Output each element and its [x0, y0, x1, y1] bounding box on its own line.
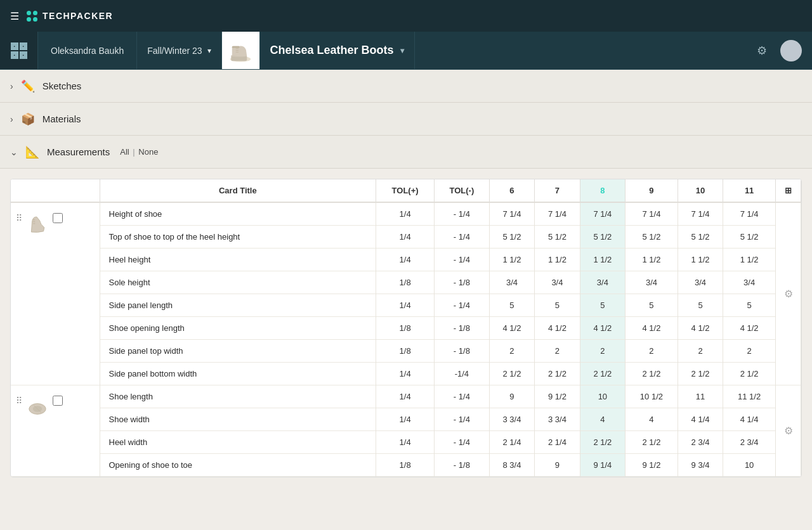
drag-handle-icon[interactable]: ⠿: [16, 396, 22, 406]
settings-button[interactable]: ⚙: [751, 40, 773, 61]
measurements-icon: 📐: [25, 145, 39, 159]
card-title-cell: Top of shoe to top of the heel height: [100, 226, 376, 249]
logo-text: TECHPACKER: [43, 11, 113, 21]
tol-minus-cell: - 1/4: [435, 249, 490, 271]
card-title-cell: Heel height: [100, 249, 376, 271]
th-col-manage[interactable]: ⊞: [776, 179, 801, 202]
col-c7-cell: 7 1/4: [535, 202, 580, 226]
row-settings-icon: ⚙: [784, 288, 793, 299]
measurements-none-link[interactable]: None: [138, 147, 158, 157]
col-c6-cell: 7 1/4: [489, 202, 534, 226]
logo-dot-2: [33, 11, 37, 15]
sketches-icon: ✏️: [21, 79, 35, 93]
col-c11-cell: 1 1/2: [723, 249, 776, 271]
table-row: Top of shoe to top of the heel height1/4…: [11, 226, 801, 249]
col-c6-cell: 8 3/4: [489, 454, 534, 477]
th-card-title: Card Title: [100, 179, 376, 202]
col-c9-cell: 9 1/2: [625, 454, 678, 477]
tol-minus-cell: - 1/4: [435, 226, 490, 249]
card-title-cell: Side panel bottom width: [100, 363, 376, 385]
col-c11-cell: 10: [723, 454, 776, 477]
row-settings-button[interactable]: ⚙: [784, 288, 793, 300]
col-c9-cell: 1 1/2: [625, 249, 678, 271]
col-c10-cell: 5: [678, 294, 723, 317]
col-c9-cell: 4: [625, 408, 678, 431]
svg-rect-3: [232, 46, 240, 48]
table-row: Side panel bottom width1/4-1/42 1/22 1/2…: [11, 363, 801, 385]
col-c6-cell: 1 1/2: [489, 249, 534, 271]
col-c8-cell: 7 1/4: [580, 202, 625, 226]
group-checkbox[interactable]: [53, 213, 63, 223]
col-c7-cell: 9 1/2: [535, 385, 580, 408]
col-c7-cell: 2: [535, 340, 580, 363]
col-c11-cell: 3/4: [723, 271, 776, 294]
col-c6-cell: 2 1/2: [489, 363, 534, 385]
column-manage-icon[interactable]: ⊞: [785, 186, 792, 195]
col-c6-cell: 3 3/4: [489, 408, 534, 431]
measurements-section[interactable]: ⌄ 📐 Measurements All | None: [0, 136, 812, 169]
logo-cell-4: ▪: [20, 51, 27, 59]
th-col11: 11: [723, 179, 776, 202]
th-col9: 9: [625, 179, 678, 202]
tol-plus-cell: 1/4: [376, 363, 435, 385]
logo-dot-3: [27, 17, 31, 22]
logo-cell-1: ▪: [11, 42, 18, 50]
drag-handle-icon[interactable]: ⠿: [16, 213, 22, 223]
logo-dots: [27, 11, 37, 22]
measurements-all-link[interactable]: All: [120, 147, 129, 157]
card-title-cell: Height of shoe: [100, 202, 376, 226]
col-c8-cell: 3/4: [580, 271, 625, 294]
tol-plus-cell: 1/8: [376, 340, 435, 363]
group-icon: [26, 396, 49, 422]
card-title-cell: Side panel length: [100, 294, 376, 317]
group-checkbox[interactable]: [53, 396, 63, 406]
tol-minus-cell: -1/4: [435, 363, 490, 385]
hamburger-menu[interactable]: ☰: [10, 10, 19, 22]
group-control: ⠿: [16, 209, 95, 239]
col-c6-cell: 2: [489, 340, 534, 363]
col-c8-cell: 2 1/2: [580, 363, 625, 385]
main-content: Card Title TOL(+) TOL(-) 6 7 8 9 10 11 ⊞: [0, 169, 812, 488]
col-c10-cell: 2 3/4: [678, 431, 723, 454]
row-settings-icon: ⚙: [784, 425, 793, 436]
logo-cell-2: ▪: [20, 42, 27, 50]
col-c10-cell: 2: [678, 340, 723, 363]
card-title-cell: Opening of shoe to toe: [100, 454, 376, 477]
product-selector[interactable]: Chelsea Leather Boots ▾: [260, 32, 415, 69]
th-empty: [11, 179, 100, 202]
materials-section[interactable]: › 📦 Materials: [0, 103, 812, 136]
col-c7-cell: 3 3/4: [535, 408, 580, 431]
user-name: Oleksandra Baukh: [38, 32, 137, 69]
card-title-cell: Side panel top width: [100, 340, 376, 363]
tol-plus-cell: 1/4: [376, 408, 435, 431]
season-selector[interactable]: Fall/Winter 23 ▾: [137, 32, 221, 69]
tol-minus-cell: - 1/4: [435, 385, 490, 408]
measurements-sep: |: [133, 147, 134, 157]
table-row: ⠿ Height of shoe1/4- 1/47 1/47 1/47 1/47…: [11, 202, 801, 226]
measurements-label: Measurements: [47, 146, 110, 157]
sketches-section[interactable]: › ✏️ Sketches: [0, 70, 812, 103]
table-row: Side panel length1/4- 1/4555555: [11, 294, 801, 317]
col-c9-cell: 3/4: [625, 271, 678, 294]
brand-logo: ▪ ▪ ▪ ▪: [11, 42, 27, 59]
row-settings-button[interactable]: ⚙: [784, 425, 793, 437]
col-c7-cell: 2 1/4: [535, 431, 580, 454]
boot-image: [226, 37, 254, 65]
table-body: ⠿ Height of shoe1/4- 1/47 1/47 1/47 1/47…: [11, 202, 801, 477]
tol-plus-cell: 1/4: [376, 294, 435, 317]
col-c6-cell: 5 1/2: [489, 226, 534, 249]
col-c8-cell: 9 1/4: [580, 454, 625, 477]
group-0-control-cell: ⠿: [11, 202, 100, 385]
tol-plus-cell: 1/4: [376, 202, 435, 226]
measurements-table: Card Title TOL(+) TOL(-) 6 7 8 9 10 11 ⊞: [11, 179, 801, 477]
season-chevron-icon: ▾: [207, 46, 211, 55]
tol-plus-cell: 1/4: [376, 385, 435, 408]
col-c7-cell: 4 1/2: [535, 317, 580, 340]
measurements-toggle-icon: ⌄: [10, 147, 18, 157]
card-title-cell: Shoe length: [100, 385, 376, 408]
product-name: Chelsea Leather Boots: [270, 44, 394, 57]
col-c10-cell: 9 3/4: [678, 454, 723, 477]
materials-icon: 📦: [21, 112, 35, 126]
row-settings-cell: ⚙: [776, 385, 801, 477]
logo: TECHPACKER: [27, 11, 113, 22]
